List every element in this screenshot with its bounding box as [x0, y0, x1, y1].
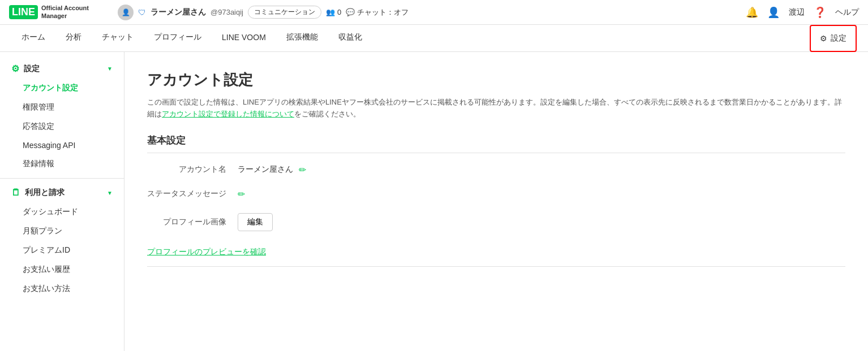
nav-monetize[interactable]: 収益化: [328, 25, 372, 52]
logo-text: Official AccountManager: [41, 5, 89, 19]
sidebar-divider: [0, 178, 124, 179]
billing-section-label: 利用と請求: [25, 188, 65, 198]
followers-count: 0: [337, 8, 341, 16]
settings-arrow-icon: ▼: [107, 66, 113, 72]
notification-icon[interactable]: 🔔: [746, 6, 758, 19]
status-message-edit-icon[interactable]: ✏: [238, 189, 245, 200]
comm-badge: コミュニケーション: [248, 6, 321, 19]
help-icon[interactable]: ❓: [814, 6, 826, 19]
nav-bar: ホーム 分析 チャット プロフィール LINE VOOM 拡張機能 収益化 ⚙ …: [0, 25, 868, 52]
description-text: この画面で設定した情報は、LINEアプリの検索結果やLINEヤフー株式会社のサー…: [147, 97, 845, 120]
settings-section-label: 設定: [24, 64, 40, 74]
sidebar-item-registration[interactable]: 登録情報: [0, 154, 124, 174]
user-name: 渡辺: [789, 7, 805, 18]
sidebar-item-monthly-plan[interactable]: 月額プラン: [0, 222, 124, 241]
followers-info: 👥 0: [326, 8, 341, 16]
help-label: ヘルプ: [835, 7, 859, 18]
verified-badge-icon: 🛡: [138, 8, 146, 17]
profile-image-value: 編集: [238, 213, 273, 231]
status-message-value: ✏: [238, 189, 245, 200]
sidebar: ⚙ 設定 ▼ アカウント設定 権限管理 応答設定 Messaging API 登…: [0, 52, 124, 351]
status-message-row: ステータスメッセージ ✏: [147, 189, 845, 200]
sidebar-item-premium-id[interactable]: プレミアムID: [0, 241, 124, 260]
account-name-row: アカウント名 ラーメン屋さん ✏: [147, 164, 845, 175]
account-name-value: ラーメン屋さん ✏: [238, 164, 306, 175]
user-icon[interactable]: 👤: [767, 6, 780, 19]
chat-info: 💬 チャット：オフ: [346, 7, 409, 18]
sidebar-item-payment-method[interactable]: お支払い方法: [0, 279, 124, 298]
profile-image-edit-button[interactable]: 編集: [238, 213, 273, 231]
header-right: 🔔 👤 渡辺 ❓ ヘルプ: [746, 6, 859, 19]
description-link[interactable]: アカウント設定で登録した情報について: [162, 110, 294, 118]
sidebar-billing-section[interactable]: 🗒 利用と請求 ▼: [0, 183, 124, 202]
content-divider: [147, 266, 845, 267]
profile-image-label: プロフィール画像: [147, 217, 226, 227]
sidebar-item-account-settings[interactable]: アカウント設定: [0, 79, 124, 98]
settings-label: 設定: [831, 33, 846, 44]
account-name-edit-icon[interactable]: ✏: [299, 164, 306, 175]
followers-icon: 👥: [326, 8, 335, 16]
status-message-label: ステータスメッセージ: [147, 189, 226, 199]
billing-section-icon: 🗒: [11, 188, 20, 198]
sidebar-item-dashboard[interactable]: ダッシュボード: [0, 202, 124, 222]
account-id: @973aiqij: [210, 8, 243, 16]
page-title: アカウント設定: [147, 70, 845, 90]
account-name: ラーメン屋さん: [151, 7, 206, 18]
billing-arrow-icon: ▼: [107, 190, 113, 196]
basic-settings-title: 基本設定: [147, 134, 845, 153]
account-info: 👤 🛡 ラーメン屋さん @973aiqij コミュニケーション 👥 0 💬 チャ…: [118, 5, 739, 20]
account-name-label: アカウント名: [147, 164, 226, 175]
description-suffix: をご確認ください。: [294, 110, 360, 118]
sidebar-item-messaging-api[interactable]: Messaging API: [0, 136, 124, 154]
profile-image-row: プロフィール画像 編集: [147, 213, 845, 231]
nav-chat[interactable]: チャット: [92, 25, 144, 52]
nav-settings-button[interactable]: ⚙ 設定: [810, 25, 857, 52]
nav-voom[interactable]: LINE VOOM: [212, 25, 276, 52]
sidebar-settings-section[interactable]: ⚙ 設定 ▼: [0, 59, 124, 79]
avatar: 👤: [118, 5, 134, 20]
sidebar-item-permissions[interactable]: 権限管理: [0, 98, 124, 117]
logo-line-text: LINE: [9, 5, 38, 19]
sidebar-item-payment-history[interactable]: お支払い履歴: [0, 260, 124, 279]
chat-icon: 💬: [346, 8, 355, 16]
help-button[interactable]: ヘルプ: [835, 7, 859, 18]
sidebar-item-response[interactable]: 応答設定: [0, 117, 124, 136]
nav-extensions[interactable]: 拡張機能: [276, 25, 328, 52]
nav-analytics[interactable]: 分析: [55, 25, 92, 52]
logo-area: LINE Official AccountManager: [9, 5, 111, 19]
main-layout: ⚙ 設定 ▼ アカウント設定 権限管理 応答設定 Messaging API 登…: [0, 52, 868, 351]
top-header: LINE Official AccountManager 👤 🛡 ラーメン屋さん…: [0, 0, 868, 25]
chat-status: チャット：オフ: [357, 7, 409, 18]
account-name-display: ラーメン屋さん: [238, 164, 293, 175]
nav-home[interactable]: ホーム: [11, 25, 55, 52]
preview-link[interactable]: プロフィールのプレビューを確認: [147, 247, 266, 257]
gear-icon: ⚙: [820, 34, 827, 43]
content-area: アカウント設定 この画面で設定した情報は、LINEアプリの検索結果やLINEヤフ…: [124, 52, 868, 351]
settings-section-icon: ⚙: [11, 63, 19, 74]
nav-profile[interactable]: プロフィール: [144, 25, 212, 52]
